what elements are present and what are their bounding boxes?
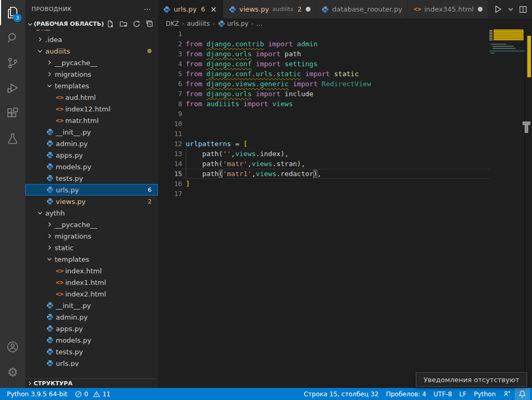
python-icon xyxy=(218,20,225,27)
chevron-right-icon xyxy=(45,233,54,239)
activity-source-control[interactable] xyxy=(0,50,25,76)
tree-item-index.html[interactable]: <>index.html xyxy=(25,265,158,276)
tree-item-models.py[interactable]: models.py xyxy=(25,161,158,172)
dirty-indicator[interactable] xyxy=(478,7,483,12)
tree-item-apps.py[interactable]: apps.py xyxy=(25,323,158,334)
tree-item-__pycache__[interactable]: __pycache__ xyxy=(25,219,158,230)
chevron-right-icon xyxy=(45,60,54,65)
activity-testing[interactable] xyxy=(0,126,25,151)
code-line: 10 xyxy=(158,119,532,129)
new-file-icon[interactable] xyxy=(106,20,114,28)
vscode-window: 3 xyxy=(0,0,532,400)
tree-item-audiiits[interactable]: audiiits xyxy=(25,45,158,57)
python-file-icon xyxy=(45,186,55,193)
sidebar-more-actions[interactable]: ⋯ xyxy=(144,5,152,13)
code-line: 11 xyxy=(158,129,532,139)
run-python-file-icon[interactable] xyxy=(494,5,503,14)
status-encoding[interactable]: UTF-8 xyxy=(430,388,456,400)
editor-group: urls.py6×views.pyaudiiits2database_roout… xyxy=(158,0,532,388)
activity-accounts[interactable] xyxy=(0,334,25,360)
tab-index345.html[interactable]: <>index345.html xyxy=(408,0,488,18)
tree-item-tests.py[interactable]: tests.py xyxy=(25,172,158,184)
tree-item-index12.html[interactable]: <>index12.html xyxy=(25,103,158,115)
line-number: 10 xyxy=(158,119,182,129)
status-language-mode[interactable]: Python xyxy=(470,388,499,400)
tree-item-tests.py[interactable]: tests.py xyxy=(25,346,158,357)
tree-item-migrations[interactable]: migrations xyxy=(25,230,158,242)
tree-item-urls.py[interactable]: urls.py xyxy=(25,357,158,366)
line-number: 14 xyxy=(158,159,182,169)
python-file-icon xyxy=(45,175,55,182)
error-icon xyxy=(75,391,82,398)
activity-settings[interactable]: ⚙ xyxy=(0,360,25,385)
workspace-section-header[interactable]: (РАБОЧАЯ ОБЛАСТЬ) ... xyxy=(25,18,158,30)
warning-icon xyxy=(93,391,101,398)
warning-count: 11 xyxy=(103,391,111,398)
tree-item-urls.py[interactable]: urls.py6 xyxy=(25,184,158,196)
status-python-interpreter[interactable]: Python 3.9.5 64-bit xyxy=(3,388,71,400)
code-editor[interactable]: 12from django.contrib import admin3from … xyxy=(158,29,532,388)
chevron-right-icon xyxy=(36,37,44,42)
activity-explorer[interactable]: 3 xyxy=(0,0,25,25)
editor-actions: ··· xyxy=(488,0,532,18)
chevron-right-icon xyxy=(45,222,54,227)
tree-item-index1.html[interactable]: <>index1.html xyxy=(25,276,158,288)
new-folder-icon[interactable] xyxy=(119,20,127,28)
tab-problems-badge: 6 xyxy=(201,6,205,13)
tree-item-__init__.py[interactable]: __init__.py xyxy=(25,300,158,311)
tab-database_roouter.py[interactable]: database_roouter.py xyxy=(316,0,407,18)
status-feedback[interactable] xyxy=(499,388,515,400)
extensions-icon xyxy=(6,107,19,120)
line-number: 16 xyxy=(158,179,182,189)
activity-search[interactable] xyxy=(0,25,25,50)
tree-item-.idea[interactable]: .idea xyxy=(25,34,158,45)
breadcrumb-item-audiiits[interactable]: audiiits xyxy=(187,20,210,27)
tab-views.py[interactable]: views.pyaudiiits2 xyxy=(224,0,316,18)
breadcrumb-item-DKZ[interactable]: DKZ xyxy=(166,20,179,27)
breadcrumb-item-...[interactable]: ... xyxy=(256,20,262,27)
tree-item-views.py[interactable]: views.py2 xyxy=(25,196,158,207)
tree-item-aythh[interactable]: aythh xyxy=(25,207,158,219)
html-file-icon: <> xyxy=(55,118,64,124)
status-problems[interactable]: 0 11 xyxy=(71,388,114,400)
collapse-all-icon[interactable] xyxy=(145,20,154,28)
line-number: 8 xyxy=(158,99,182,109)
tree-item-static[interactable]: static xyxy=(25,242,158,253)
html-file-icon: <> xyxy=(55,268,64,274)
split-editor-icon[interactable] xyxy=(519,5,527,14)
tree-item-templates[interactable]: templates xyxy=(25,80,158,91)
code-line: 14 path('matr',views.stran), xyxy=(158,159,532,169)
breadcrumb-item-urls.py[interactable]: urls.py xyxy=(218,20,249,27)
minimap[interactable] xyxy=(489,29,525,97)
tree-item-admin.py[interactable]: admin.py xyxy=(25,311,158,323)
python-file-icon xyxy=(45,128,55,136)
beaker-icon xyxy=(6,132,19,146)
status-indentation[interactable]: Пробелов: 4 xyxy=(382,388,429,400)
tree-item-__pycache__[interactable]: __pycache__ xyxy=(25,57,158,68)
tree-item-matr.html[interactable]: <>matr.html xyxy=(25,115,158,126)
tree-item-models.py[interactable]: models.py xyxy=(25,334,158,346)
close-icon[interactable]: × xyxy=(209,5,218,14)
status-notifications-bell[interactable] xyxy=(515,388,530,400)
dirty-indicator[interactable] xyxy=(306,7,310,12)
python-icon xyxy=(163,6,170,13)
activity-run-debug[interactable] xyxy=(0,76,25,101)
line-number: 13 xyxy=(158,149,182,159)
tree-item-index2.html[interactable]: <>index2.html xyxy=(25,288,158,300)
tree-item-migrations[interactable]: migrations xyxy=(25,68,158,80)
status-cursor-position[interactable]: Строка 15, столбец 32 xyxy=(300,388,382,400)
outline-section-header[interactable]: СТРУКТУРА xyxy=(25,378,158,387)
tree-item-aud.html[interactable]: <>aud.html xyxy=(25,91,158,103)
tree-item-admin.py[interactable]: admin.py xyxy=(25,138,158,149)
code-line: 8from audiiits import views xyxy=(158,99,532,109)
git-branch-icon xyxy=(6,56,19,70)
tree-item-__init__.py[interactable]: __init__.py xyxy=(25,126,158,138)
status-eol[interactable]: LF xyxy=(456,388,470,400)
tree-item-apps.py[interactable]: apps.py xyxy=(25,149,158,161)
run-dropdown-chevron-icon[interactable] xyxy=(508,6,514,12)
tab-urls.py[interactable]: urls.py6× xyxy=(158,0,223,18)
tree-item-templates[interactable]: templates xyxy=(25,253,158,265)
error-count: 0 xyxy=(84,391,88,398)
activity-extensions[interactable] xyxy=(0,101,25,126)
refresh-icon[interactable] xyxy=(132,20,140,28)
